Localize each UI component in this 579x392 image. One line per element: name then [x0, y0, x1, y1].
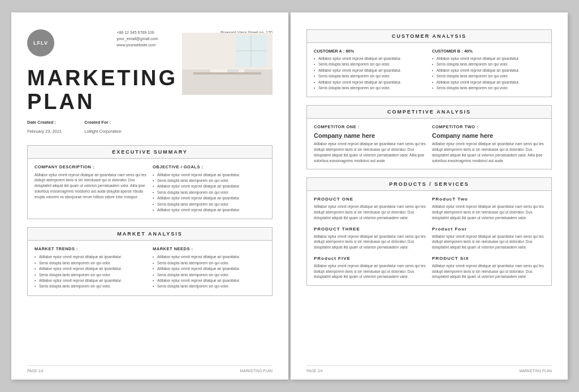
- page-number: PAGE 1/4: [27, 369, 43, 373]
- list-item: Senis dolupta lanis atemporem sin qui vo…: [153, 190, 265, 195]
- list-item: Atillabor eptur omnit reprovi ditatque a…: [34, 278, 147, 284]
- objective-list: Atillabor eptur omnit reprovi ditatque a…: [153, 172, 265, 214]
- page-2: CUSTOMER ANALYSIS CUSTOMER A : 60% Atill…: [291, 12, 568, 380]
- list-item: Atillabor eptur omnit reprovi ditatque a…: [432, 68, 545, 73]
- trends-list: Atillabor eptur omnit reprovi ditatque a…: [34, 254, 147, 289]
- list-item: Senis dolupta lanis atemporem sin qui vo…: [34, 284, 147, 289]
- competitive-analysis-section: COMPETITIVE ANALYSIS COMPETITOR ONE : Co…: [306, 105, 552, 169]
- list-item: Atillabor eptur omnit reprovi ditatque a…: [314, 80, 426, 85]
- list-item: Atillabor eptur omnit reprovi ditatque a…: [314, 56, 426, 62]
- list-item: Atillabor eptur omnit reprovi ditatque a…: [153, 172, 265, 178]
- customer-analysis-title: CUSTOMER ANALYSIS: [307, 30, 551, 43]
- products-right-col: PRoducT Two Atillabor eptur omnit reprov…: [432, 197, 545, 280]
- customer-b: CUSTOMER B : 40% Atillabor eptur omnit r…: [432, 49, 545, 91]
- document-spread: LFLV +88 12 345 6789 100 your_email@gmai…: [11, 12, 568, 380]
- customer-analysis-section: CUSTOMER ANALYSIS CUSTOMER A : 60% Atill…: [306, 29, 552, 97]
- company-description: COMPANY DESCRIPTION : Atillabor eptur om…: [34, 164, 147, 214]
- svg-rect-1: [193, 72, 261, 75]
- list-item: Atillabor eptur omnit reprovi ditatque a…: [153, 266, 265, 272]
- list-item: Atillabor eptur omnit reprovi ditatque a…: [153, 254, 265, 260]
- list-item: Senis dolupta lanis atemporem sin qui vo…: [153, 260, 265, 266]
- executive-summary-content: COMPANY DESCRIPTION : Atillabor eptur om…: [28, 159, 272, 219]
- page1-footer: PAGE 1/4 MARKETING PLAN: [27, 365, 273, 373]
- list-item: Atillabor eptur omnit reprovi ditatque a…: [432, 80, 545, 85]
- product-six: PRODUCT SIX Atillabor eptur omnit reprov…: [432, 256, 545, 280]
- page-title: MARKETING PLAN: [27, 67, 178, 114]
- footer-title: MARKETING PLAN: [240, 369, 273, 373]
- competitive-analysis-content: COMPETITOR ONE : Company name here Atill…: [307, 119, 551, 169]
- list-item: Atillabor eptur omnit reprovi ditatque a…: [314, 68, 426, 73]
- list-item: Senis dolupta lanis atemporem sin qui vo…: [153, 272, 265, 278]
- list-item: Senis dolupta lanis atemporem sin qui vo…: [34, 272, 147, 278]
- list-item: Atillabor eptur omnit reprovi ditatque a…: [34, 266, 147, 272]
- customer-analysis-content: CUSTOMER A : 60% Atillabor eptur omnit r…: [307, 43, 551, 97]
- customer-a: CUSTOMER A : 60% Atillabor eptur omnit r…: [314, 49, 426, 91]
- market-analysis-section: MARKET ANALYSIS MARKET TRENDS : Atillabo…: [27, 227, 273, 295]
- market-needs: MARKET NEEDS : Atillabor eptur omnit rep…: [153, 246, 265, 289]
- product-one: PRODUCT ONE Atillabor eptur omnit reprov…: [314, 197, 426, 220]
- footer-title: MARKETING PLAN: [520, 369, 552, 373]
- date-section: Date Created : February 23, 2021 Created…: [27, 120, 273, 135]
- competitive-analysis-title: COMPETITIVE ANALYSIS: [307, 106, 551, 119]
- list-item: Atillabor eptur omnit reprovi ditatque a…: [153, 207, 265, 213]
- product-three: PRODUCT THREE Atillabor eptur omnit repr…: [314, 227, 426, 250]
- customer-a-list: Atillabor eptur omnit reprovi ditatque a…: [314, 56, 426, 91]
- list-item: Senis dolupta lanis atemporem sin qui vo…: [432, 62, 545, 67]
- products-left-col: PRODUCT ONE Atillabor eptur omnit reprov…: [314, 197, 426, 280]
- list-item: Atillabor eptur omnit reprovi ditatque a…: [153, 184, 265, 189]
- list-item: Senis dolupta lanis atemporem sin qui vo…: [153, 202, 265, 207]
- page2-footer: PAGE 2/4 MARKETING PLAN: [306, 365, 552, 373]
- objective-goals: OBJECTIVE / GOALS : Atillabor eptur omni…: [153, 164, 265, 214]
- list-item: Senis dolupta lanis atemporem sin qui vo…: [34, 260, 147, 266]
- list-item: Senis dolupta lanis atemporem sin qui vo…: [314, 62, 426, 67]
- product-five: PRoduct FIVE Atillabor eptur omnit repro…: [314, 256, 426, 280]
- list-item: Senis dolupta lanis atemporem sin qui vo…: [153, 284, 265, 289]
- executive-summary-title: EXECUTIVE SUMMARY: [28, 146, 272, 159]
- products-services-section: PRODUCTS / SERVICES PRODUCT ONE Atillabo…: [306, 177, 552, 286]
- products-services-content: PRODUCT ONE Atillabor eptur omnit reprov…: [307, 191, 551, 285]
- customer-b-list: Atillabor eptur omnit reprovi ditatque a…: [432, 56, 545, 91]
- products-services-title: PRODUCTS / SERVICES: [307, 178, 551, 191]
- product-two: PRoducT Two Atillabor eptur omnit reprov…: [432, 197, 545, 220]
- market-trends: MARKET TRENDS : Atillabor eptur omnit re…: [34, 246, 147, 289]
- page-1: LFLV +88 12 345 6789 100 your_email@gmai…: [11, 12, 288, 380]
- list-item: Senis dolupta lanis atemporem sin qui vo…: [432, 73, 545, 79]
- date-created: Date Created : February 23, 2021: [27, 120, 62, 135]
- product-four: Product Four Atillabor eptur omnit repro…: [432, 227, 545, 250]
- needs-list: Atillabor eptur omnit reprovi ditatque a…: [153, 254, 265, 289]
- page-number: PAGE 2/4: [306, 369, 322, 373]
- contact-info: +88 12 345 6789 100 your_email@gmail.com…: [116, 29, 158, 49]
- market-analysis-content: MARKET TRENDS : Atillabor eptur omnit re…: [28, 241, 272, 295]
- competitor-one: COMPETITOR ONE : Company name here Atill…: [314, 124, 426, 163]
- cover-image: [182, 33, 273, 95]
- logo: LFLV: [27, 29, 54, 56]
- list-item: Atillabor eptur omnit reprovi ditatque a…: [34, 254, 147, 260]
- market-analysis-title: MARKET ANALYSIS: [28, 228, 272, 241]
- list-item: Atillabor eptur omnit reprovi ditatque a…: [432, 56, 545, 62]
- executive-summary-section: EXECUTIVE SUMMARY COMPANY DESCRIPTION : …: [27, 145, 273, 220]
- list-item: Senis dolupta lanis atemporem sin qui vo…: [314, 85, 426, 91]
- list-item: Atillabor eptur omnit reprovi ditatque a…: [153, 195, 265, 201]
- list-item: Senis dolupta lanis atemporem sin qui vo…: [314, 73, 426, 79]
- competitor-two: COMPETITOR TWO : Company name here Atill…: [432, 124, 545, 163]
- created-for: Created For : Lotlight Corporation: [84, 120, 121, 135]
- list-item: Atillabor eptur omnit reprovi ditatque a…: [153, 278, 265, 284]
- list-item: Senis dolupta lanis atemporem sin qui vo…: [153, 178, 265, 184]
- list-item: Senis dolupta lanis atemporem sin qui vo…: [432, 85, 545, 91]
